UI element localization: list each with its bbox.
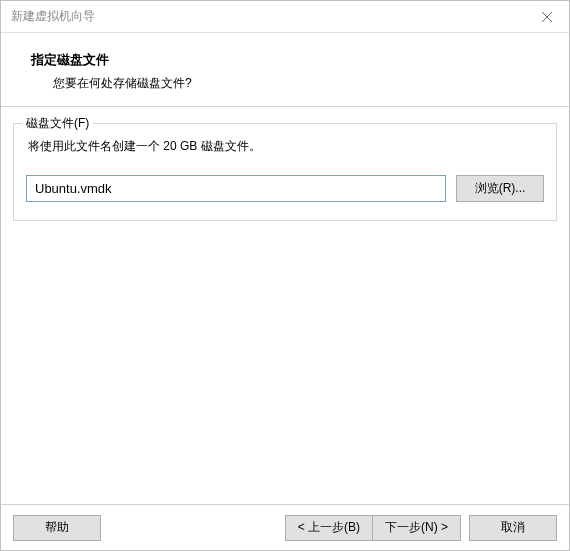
- titlebar: 新建虚拟机向导: [1, 1, 569, 33]
- cancel-button[interactable]: 取消: [469, 515, 557, 541]
- wizard-content: 磁盘文件(F) 将使用此文件名创建一个 20 GB 磁盘文件。 浏览(R)...: [1, 107, 569, 504]
- header-desc: 您要在何处存储磁盘文件?: [31, 75, 559, 92]
- group-desc: 将使用此文件名创建一个 20 GB 磁盘文件。: [26, 138, 544, 155]
- browse-button[interactable]: 浏览(R)...: [456, 175, 544, 202]
- disk-file-input[interactable]: [26, 175, 446, 202]
- wizard-window: 新建虚拟机向导 指定磁盘文件 您要在何处存储磁盘文件? 磁盘文件(F) 将使用此…: [0, 0, 570, 551]
- disk-file-group: 磁盘文件(F) 将使用此文件名创建一个 20 GB 磁盘文件。 浏览(R)...: [13, 123, 557, 221]
- group-title: 磁盘文件(F): [22, 115, 93, 132]
- next-button[interactable]: 下一步(N) >: [372, 515, 461, 541]
- close-icon: [542, 10, 552, 24]
- back-button[interactable]: < 上一步(B): [285, 515, 373, 541]
- input-row: 浏览(R)...: [26, 175, 544, 202]
- wizard-footer: 帮助 < 上一步(B) 下一步(N) > 取消: [1, 504, 569, 550]
- nav-button-group: < 上一步(B) 下一步(N) >: [285, 515, 461, 541]
- close-button[interactable]: [524, 1, 569, 33]
- help-button[interactable]: 帮助: [13, 515, 101, 541]
- wizard-header: 指定磁盘文件 您要在何处存储磁盘文件?: [1, 33, 569, 107]
- header-title: 指定磁盘文件: [31, 51, 559, 69]
- window-title: 新建虚拟机向导: [11, 8, 95, 25]
